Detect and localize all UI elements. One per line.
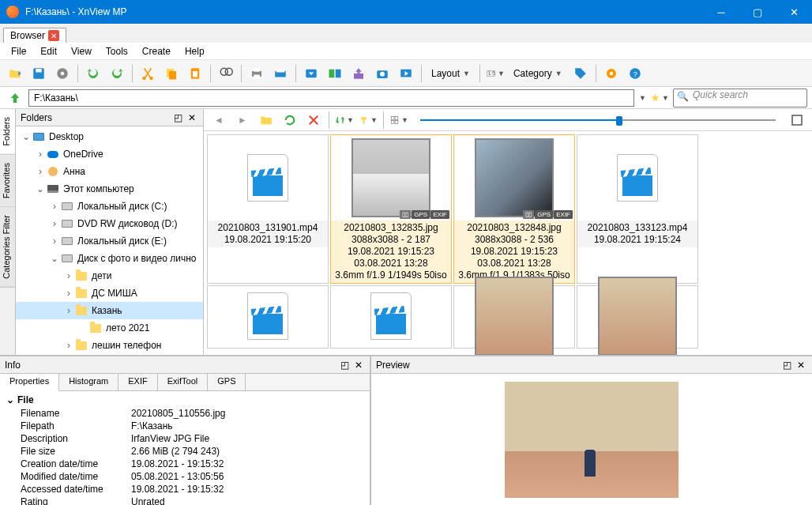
tree-item[interactable]: ›DVD RW дисковод (D:) <box>16 215 203 232</box>
copy-button[interactable] <box>161 63 182 84</box>
maximize-button[interactable]: ▢ <box>739 0 776 24</box>
rotate-right-button[interactable] <box>107 63 127 84</box>
expand-icon[interactable]: › <box>63 305 74 316</box>
thumbnail[interactable] <box>330 285 452 349</box>
close-pane-icon[interactable]: ✕ <box>795 359 807 371</box>
folders-side-tab[interactable]: Folders <box>0 109 15 155</box>
convert-button[interactable] <box>301 63 321 84</box>
close-pane-icon[interactable]: ✕ <box>352 359 365 371</box>
tree-item[interactable]: ›OneDrive <box>16 145 203 163</box>
undock-icon[interactable]: ◰ <box>780 359 793 371</box>
category-dropdown[interactable]: Category▼ <box>509 68 567 79</box>
quick-search-input[interactable]: Quick search <box>673 89 807 107</box>
open-button[interactable] <box>5 63 25 84</box>
filter-button[interactable]: ▼ <box>358 110 378 130</box>
thumbnail-grid[interactable]: 20210803_131901.mp419.08.2021 19:15:20▯▯… <box>204 131 812 355</box>
slideshow-button[interactable] <box>396 63 416 84</box>
expand-icon[interactable]: › <box>63 288 74 299</box>
print-button[interactable] <box>246 63 267 84</box>
expand-icon[interactable]: › <box>35 166 46 177</box>
tag-button[interactable] <box>570 63 591 84</box>
layout-dropdown[interactable]: Layout▼ <box>427 68 475 79</box>
rating-button[interactable]: 1·5▼ <box>485 63 506 84</box>
fullscreen-button[interactable] <box>787 110 807 130</box>
thumbnail[interactable]: 20210803_133123.mp419.08.2021 19:15:24 <box>577 134 698 284</box>
close-button[interactable]: ✕ <box>776 0 812 24</box>
capture-button[interactable] <box>372 63 393 84</box>
new-folder-button[interactable] <box>256 110 276 130</box>
menu-tools[interactable]: Tools <box>100 44 134 58</box>
browser-tab[interactable]: Browser ✕ <box>3 28 66 43</box>
info-tab-gps[interactable]: GPS <box>208 374 246 390</box>
compare-button[interactable] <box>325 63 345 84</box>
categories-side-tab[interactable]: Categories Filter <box>0 207 15 288</box>
info-tab-exif[interactable]: EXIF <box>118 374 157 390</box>
tree-item[interactable]: ⌄Desktop <box>16 128 203 145</box>
tree-item[interactable]: ›Казань <box>16 302 203 319</box>
favorite-star-button[interactable]: ▼ <box>649 88 670 108</box>
thumbnail[interactable] <box>577 285 698 349</box>
search-button[interactable] <box>216 63 236 84</box>
upload-button[interactable] <box>348 63 369 84</box>
tree-item[interactable]: ›Локальный диск (C:) <box>16 198 203 215</box>
expand-icon[interactable]: › <box>35 149 46 160</box>
folder-tree[interactable]: ⌄Desktop›OneDrive›Анна⌄Этот компьютер›Ло… <box>16 126 203 355</box>
delete-button[interactable] <box>303 110 324 130</box>
info-tab-histogram[interactable]: Histogram <box>59 374 118 390</box>
minimize-button[interactable]: ─ <box>703 0 739 24</box>
thumbnail[interactable]: ▯▯GPSEXIF20210803_132835.jpg3088x3088 - … <box>330 134 452 284</box>
tree-item[interactable]: ⌄Этот компьютер <box>16 180 203 198</box>
expand-icon[interactable]: › <box>49 218 60 229</box>
tree-item[interactable]: ›Локальный диск (E:) <box>16 232 203 250</box>
forward-button[interactable]: ► <box>232 110 253 130</box>
scan-button[interactable] <box>270 63 291 84</box>
close-pane-icon[interactable]: ✕ <box>186 111 198 124</box>
expand-icon[interactable]: › <box>63 340 74 351</box>
up-button[interactable] <box>5 88 25 108</box>
expand-icon[interactable]: ⌄ <box>35 183 46 194</box>
tree-item[interactable]: ›дети <box>16 267 203 285</box>
rotate-left-button[interactable] <box>83 63 103 84</box>
info-tab-properties[interactable]: Properties <box>0 374 59 391</box>
thumbnail[interactable]: ▯▯GPSEXIF20210803_132848.jpg3088x3088 - … <box>453 134 575 284</box>
expand-icon[interactable]: › <box>63 270 74 281</box>
preview-image[interactable] <box>505 382 679 498</box>
path-input[interactable] <box>28 89 634 107</box>
thumbnail[interactable] <box>207 285 329 349</box>
menu-help[interactable]: Help <box>179 44 211 58</box>
help-button[interactable]: ? <box>625 63 645 84</box>
undock-icon[interactable]: ◰ <box>171 111 184 124</box>
menu-edit[interactable]: Edit <box>34 44 63 58</box>
sort-button[interactable]: ▼ <box>334 110 355 130</box>
close-tab-icon[interactable]: ✕ <box>48 30 59 41</box>
tree-item[interactable]: ›Анна <box>16 163 203 180</box>
thumbnail[interactable]: 20210803_131901.mp419.08.2021 19:15:20 <box>207 134 329 284</box>
tree-item[interactable]: ›ДС МИША <box>16 285 203 302</box>
refresh-button[interactable] <box>280 110 300 130</box>
chevron-down-icon[interactable]: ▼ <box>639 94 646 102</box>
tree-item[interactable]: ›лешин телефон <box>16 337 203 354</box>
back-button[interactable]: ◄ <box>209 110 229 130</box>
thumbnail[interactable] <box>453 285 575 349</box>
thumb-meta: 20210803_132835.jpg3088x3088 - 2 18719.0… <box>331 220 451 283</box>
expand-icon[interactable]: › <box>49 201 60 212</box>
info-tab-exiftool[interactable]: ExifTool <box>158 374 209 390</box>
expand-icon[interactable]: ⌄ <box>21 131 32 142</box>
settings-button[interactable] <box>601 63 622 84</box>
file-section-header[interactable]: ⌄File <box>2 393 368 407</box>
paste-button[interactable] <box>185 63 205 84</box>
disc-button[interactable] <box>52 63 73 84</box>
undock-icon[interactable]: ◰ <box>338 359 351 371</box>
expand-icon[interactable]: › <box>49 236 60 247</box>
tree-item[interactable]: ⌄Диск с фото и видео лично <box>16 250 203 267</box>
thumbnail-size-slider[interactable] <box>420 118 776 122</box>
favorites-side-tab[interactable]: Favorites <box>0 155 15 207</box>
expand-icon[interactable]: ⌄ <box>49 253 60 264</box>
view-mode-button[interactable]: ▼ <box>389 110 409 130</box>
cut-button[interactable] <box>137 63 158 84</box>
tree-item[interactable]: лето 2021 <box>16 319 203 337</box>
menu-file[interactable]: File <box>5 44 32 58</box>
save-button[interactable] <box>28 63 49 84</box>
menu-view[interactable]: View <box>65 44 98 58</box>
menu-create[interactable]: Create <box>136 44 177 58</box>
